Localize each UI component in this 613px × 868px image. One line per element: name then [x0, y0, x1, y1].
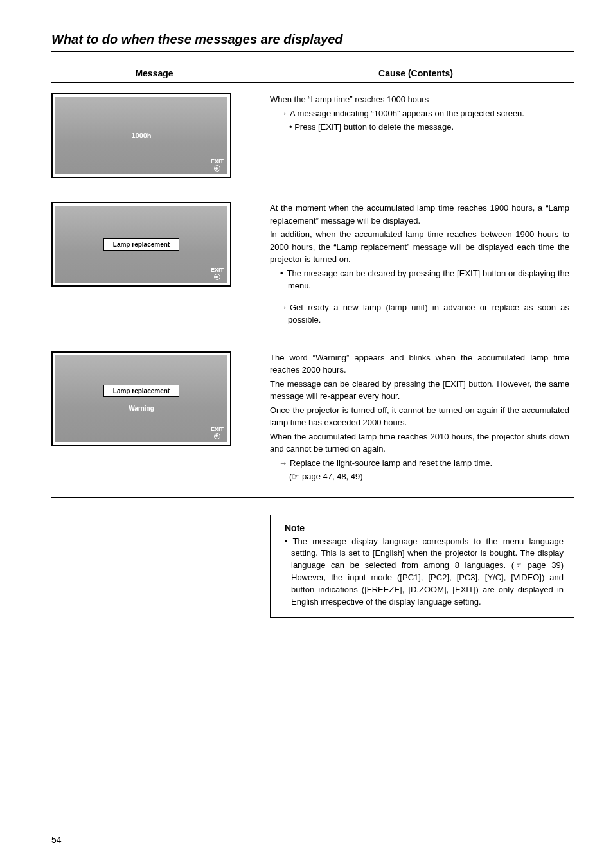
cause-text: A message indicating “1000h” appears on … — [270, 107, 569, 120]
cause-text: Get ready a new lamp (lamp unit) in adva… — [270, 301, 569, 326]
exit-label: EXIT — [211, 267, 224, 273]
page-reference: (☞ page 47, 48, 49) — [270, 470, 569, 483]
cause-text: The message can be cleared by pressing t… — [270, 378, 569, 403]
note-title: Note — [285, 523, 564, 533]
exit-label: EXIT — [211, 426, 224, 432]
cause-text: At the moment when the accumulated lamp … — [270, 202, 569, 227]
cause-cell: When the “Lamp time” reaches 1000 hours … — [270, 93, 574, 178]
screen-warning-text: Warning — [129, 405, 154, 412]
cause-text: In addition, when the accumulated lamp t… — [270, 228, 569, 266]
cause-bullet: The message can be cleared by pressing t… — [270, 267, 569, 292]
exit-icon — [214, 433, 220, 439]
section-title: What to do when these messages are displ… — [51, 32, 574, 47]
cause-text: • Press [EXIT] button to delete the mess… — [270, 121, 569, 134]
page-number: 54 — [51, 835, 62, 845]
screen-label-lamp-replacement: Lamp replacement — [103, 385, 179, 397]
cause-text: When the “Lamp time” reaches 1000 hours — [270, 93, 569, 106]
screen-text-1000h: 1000h — [131, 132, 151, 139]
note-box: Note The message display language corres… — [270, 515, 574, 618]
table-row: Lamp replacement EXIT At the moment when… — [51, 191, 574, 341]
cause-text: When the accumulated lamp time reaches 2… — [270, 430, 569, 456]
screen-label-lamp-replacement: Lamp replacement — [103, 238, 179, 251]
exit-indicator: EXIT — [211, 267, 224, 280]
header-message: Message — [51, 64, 257, 82]
cause-cell: At the moment when the accumulated lamp … — [270, 202, 574, 328]
title-divider — [51, 51, 574, 52]
cause-text: Replace the light-source lamp and reset … — [270, 457, 569, 470]
message-screenshot: Lamp replacement EXIT — [51, 202, 231, 287]
cause-cell: The word “Warning” appears and blinks wh… — [270, 351, 574, 484]
exit-label: EXIT — [211, 158, 224, 164]
exit-indicator: EXIT — [211, 158, 224, 172]
table-row: Lamp replacement Warning EXIT The word “… — [51, 341, 574, 498]
table-row: 1000h EXIT When the “Lamp time” reaches … — [51, 83, 574, 191]
note-body: The message display language corresponds… — [285, 536, 564, 608]
exit-icon — [214, 274, 220, 280]
header-cause: Cause (Contents) — [257, 64, 574, 82]
message-screenshot: Lamp replacement Warning EXIT — [51, 351, 231, 446]
message-screenshot: 1000h EXIT — [51, 93, 231, 178]
cause-text: Once the projector is turned off, it can… — [270, 404, 569, 429]
exit-icon — [214, 165, 220, 172]
cause-text: The word “Warning” appears and blinks wh… — [270, 351, 569, 376]
exit-indicator: EXIT — [211, 426, 224, 439]
table-header-row: Message Cause (Contents) — [51, 64, 574, 83]
